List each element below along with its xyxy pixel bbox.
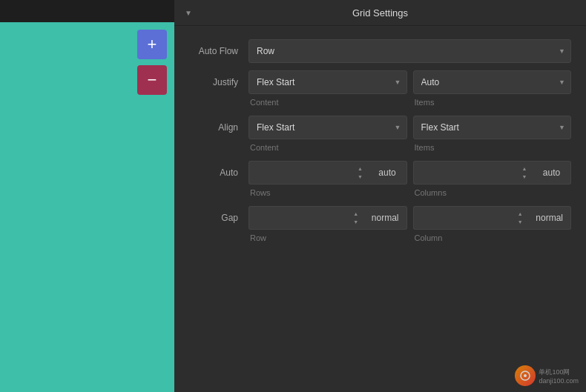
justify-content-label: Content [248,98,407,107]
auto-row: Auto ▲ ▼ auto [189,159,571,186]
auto-columns-group: ▲ ▼ auto [413,161,572,185]
auto-flow-label: Auto Flow [189,46,248,56]
justify-sub-labels: Content Items [189,98,571,107]
auto-rows-stepper: ▲ ▼ [355,165,366,181]
gap-label: Gap [189,213,248,223]
auto-flow-row: Auto Flow Row Column Row Dense Column De… [189,38,571,64]
sub-label-spacer-align [189,143,248,152]
left-panel: + − [0,0,174,392]
align-content-select[interactable]: Flex Start Flex End Center Space Between… [248,116,407,139]
gap-column-value: normal [528,206,571,230]
watermark-line2: danji100.com [539,377,579,385]
auto-rows-value: auto [369,161,407,185]
align-label: Align [189,122,248,133]
justify-items-select[interactable]: Auto Flex Start Flex End Center Stretch … [413,70,572,94]
sub-label-spacer-gap [189,233,248,242]
watermark-line1: 单机100网 [539,368,579,377]
auto-columns-stepper: ▲ ▼ [519,165,530,181]
auto-sub-labels: Rows Columns [189,188,571,197]
auto-columns-down-button[interactable]: ▼ [519,173,530,181]
sub-label-spacer-justify [189,98,248,107]
gap-row-group: ▲ ▼ normal [248,206,407,230]
align-controls: Flex Start Flex End Center Space Between… [248,116,571,139]
panel-header: ▼ Grid Settings [174,0,586,26]
gap-row-down-button[interactable]: ▼ [351,219,361,226]
watermark-text-block: 单机100网 danji100.com [539,368,579,385]
watermark: 单机100网 danji100.com [515,365,579,386]
auto-columns-value: auto [533,161,571,185]
auto-rows-input-wrapper: ▲ ▼ [248,161,369,185]
auto-rows-group: ▲ ▼ auto [248,161,407,185]
gap-column-down-button[interactable]: ▼ [515,219,525,226]
auto-columns-label: Columns [413,188,572,197]
minus-button[interactable]: − [137,65,167,95]
panel-title: Grid Settings [352,7,408,19]
justify-row: Justify Flex Start Flex End Center Space… [189,69,571,96]
gap-column-group: ▲ ▼ normal [413,206,572,230]
align-content-label: Content [248,143,407,152]
align-items-select-wrapper: Flex Start Flex End Center Stretch Basel… [413,116,572,139]
auto-rows-down-button[interactable]: ▼ [355,173,366,181]
justify-content-select-wrapper: Flex Start Flex End Center Space Between… [248,70,407,94]
auto-flow-select[interactable]: Row Column Row Dense Column Dense [248,39,571,63]
panel-content: Auto Flow Row Column Row Dense Column De… [174,26,586,392]
auto-flow-select-wrapper: Row Column Row Dense Column Dense ▼ [248,39,571,63]
chevron-icon: ▼ [185,9,192,17]
align-items-select[interactable]: Flex Start Flex End Center Stretch Basel… [413,116,572,139]
top-bar [0,0,174,22]
gap-column-stepper: ▲ ▼ [515,210,525,226]
auto-rows-label: Rows [248,188,407,197]
align-items-label: Items [413,143,572,152]
sub-label-spacer-auto [189,188,248,197]
watermark-icon [515,365,536,386]
align-labels-container: Content Items [248,143,571,152]
gap-column-label: Column [413,233,572,242]
gap-sub-labels: Row Column [189,233,571,242]
justify-labels-container: Content Items [248,98,571,107]
gap-row: Gap ▲ ▼ normal [189,205,571,231]
auto-columns-input[interactable] [413,161,533,185]
auto-label: Auto [189,167,248,178]
gap-controls: ▲ ▼ normal ▲ ▼ normal [248,206,571,230]
gap-row-stepper: ▲ ▼ [351,210,361,226]
auto-columns-up-button[interactable]: ▲ [519,165,530,173]
gap-column-input[interactable] [413,206,529,230]
justify-items-label: Items [413,98,572,107]
canvas-area: + − [0,22,174,392]
gap-row-input-wrapper: ▲ ▼ [248,206,364,230]
auto-rows-up-button[interactable]: ▲ [355,165,366,173]
auto-flow-controls: Row Column Row Dense Column Dense ▼ [248,39,571,63]
align-sub-labels: Content Items [189,143,571,152]
gap-row-up-button[interactable]: ▲ [351,210,361,218]
align-content-select-wrapper: Flex Start Flex End Center Space Between… [248,116,407,139]
auto-controls: ▲ ▼ auto ▲ ▼ auto [248,161,571,185]
gap-row-label: Row [248,233,407,242]
auto-columns-input-wrapper: ▲ ▼ [413,161,533,185]
gap-column-input-wrapper: ▲ ▼ [413,206,529,230]
justify-controls: Flex Start Flex End Center Space Between… [248,70,571,94]
auto-labels-container: Rows Columns [248,188,571,197]
add-button[interactable]: + [137,30,167,59]
auto-rows-input[interactable] [248,161,369,185]
gap-row-value: normal [364,206,407,230]
right-panel: ▼ Grid Settings Auto Flow Row Column Row… [174,0,586,392]
gap-column-up-button[interactable]: ▲ [515,210,525,218]
justify-label: Justify [189,77,248,87]
gap-labels-container: Row Column [248,233,571,242]
justify-items-select-wrapper: Auto Flex Start Flex End Center Stretch … [413,70,572,94]
svg-point-1 [524,374,527,377]
align-row: Align Flex Start Flex End Center Space B… [189,114,571,141]
justify-content-select[interactable]: Flex Start Flex End Center Space Between… [248,70,407,94]
gap-row-input[interactable] [248,206,364,230]
